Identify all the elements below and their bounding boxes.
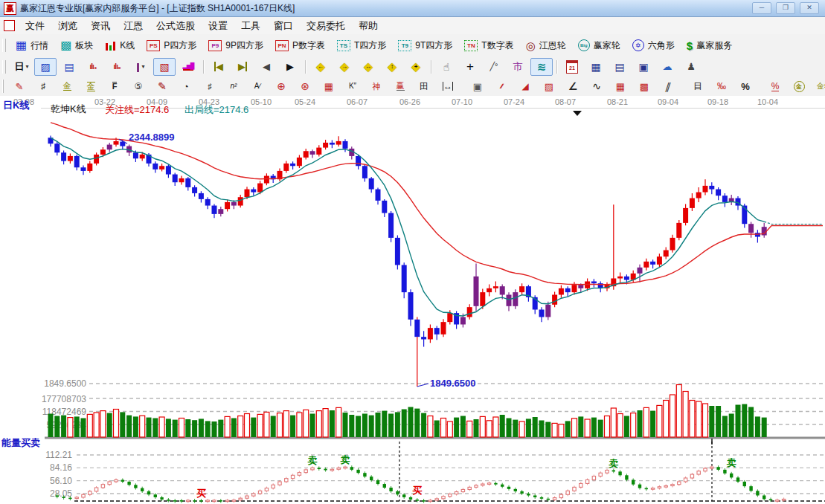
circle-cross-button[interactable]: ⊕	[270, 77, 292, 95]
n-square-button[interactable]: n²	[222, 77, 245, 95]
menu-item-2[interactable]: 资讯	[84, 20, 117, 31]
ps-box-button[interactable]: PSP四方形	[141, 36, 202, 55]
box-measure-button[interactable]: ▣	[466, 77, 489, 95]
crosshair-tool-button[interactable]: +	[459, 58, 481, 76]
candle-style-button[interactable]: ▾	[129, 58, 152, 76]
tick-ruler-2-button[interactable]: ♯	[199, 77, 221, 95]
winner-wheel-button[interactable]: Big赢家轮	[573, 36, 626, 55]
chart-canvas[interactable]: 03-0803-2204-0904-2305-1005-2406-0706-26…	[0, 96, 825, 504]
p9-box-icon: P9	[208, 40, 222, 51]
volume-bar-down	[748, 407, 754, 438]
prev-page-button[interactable]: ◀	[255, 58, 277, 76]
pn-box-button[interactable]: PNP数字表	[270, 36, 330, 55]
bagua-pattern-button[interactable]: ▨	[34, 58, 57, 76]
brush-red-button[interactable]: ✎	[151, 77, 173, 95]
gann-wheel-button[interactable]: ◎江恩轮	[521, 36, 571, 55]
fan-triangle-button[interactable]: ◢	[514, 77, 536, 95]
calendar-21-button[interactable]: 21	[561, 58, 583, 76]
menu-item-9[interactable]: 帮助	[352, 20, 385, 31]
minimize-button[interactable]: ─	[752, 2, 771, 14]
fan-rays-button[interactable]: ∕∕∕	[490, 77, 513, 95]
menu-item-3[interactable]: 江恩	[117, 20, 150, 31]
gann-box-1-button[interactable]: ▦	[609, 77, 632, 95]
spiral-5-button[interactable]: ⑤	[127, 77, 150, 95]
win-ruler-button[interactable]: 赢	[389, 77, 411, 95]
volume-bar-up	[643, 407, 649, 437]
percent-button[interactable]: %	[734, 77, 757, 95]
menu-item-8[interactable]: 交易委托	[300, 20, 352, 31]
close-button[interactable]: ✕	[800, 2, 819, 14]
quotes-table-button[interactable]: ▦行情	[10, 36, 54, 55]
grid-123-button[interactable]: 田	[413, 77, 435, 95]
tick-ruler-button[interactable]: ♯	[32, 77, 54, 95]
hand-tool-button[interactable]: ☝	[435, 58, 458, 76]
steps-3-button[interactable]: ılı₃	[82, 58, 104, 76]
parallel-lines-button[interactable]: ∥	[657, 77, 679, 95]
candle-body	[676, 223, 681, 238]
volume-bar-down	[736, 405, 741, 438]
percent-line-button[interactable]: %	[764, 77, 786, 95]
gann-tool-button[interactable]: 市	[507, 58, 529, 76]
percent-line-icon: %	[771, 82, 780, 91]
gann-map-icon: ▧	[159, 62, 169, 72]
smart-analysis-button[interactable]: ≋	[530, 58, 553, 76]
first-page-button[interactable]: ◀	[208, 58, 230, 76]
maximize-button[interactable]: ❐	[776, 2, 795, 14]
candle-body	[336, 141, 341, 145]
fan-box-button[interactable]: ▨	[538, 77, 560, 95]
gold-circle-button[interactable]: 金	[788, 77, 810, 95]
time-cycle-button[interactable]: ◔	[175, 77, 197, 95]
menu-item-4[interactable]: 公式选股	[150, 20, 202, 31]
diamond-horizontal-button[interactable]: ◆↔	[357, 58, 379, 76]
winner-service-button[interactable]: $赢家服务	[681, 36, 737, 55]
menu-item-1[interactable]: 浏览	[51, 20, 84, 31]
fib-lines-button[interactable]: F	[103, 77, 126, 95]
kline-candles-button[interactable]: K线	[100, 36, 140, 55]
web-export-button[interactable]: ☁	[656, 58, 678, 76]
menu-item-7[interactable]: 窗口	[267, 20, 300, 31]
gold-ratio-1-button[interactable]: 金	[56, 77, 78, 95]
gold-three-button[interactable]: 金≡	[812, 77, 825, 95]
diamond-all-button[interactable]: ◆+	[405, 58, 427, 76]
angle-measure-button[interactable]: A∕	[246, 77, 269, 95]
gann-map-button[interactable]: ▧	[153, 58, 176, 76]
volume-bar-down	[362, 414, 367, 438]
gann-web-button[interactable]: ⊛	[294, 77, 316, 95]
tn-box-button[interactable]: TNT数字表	[459, 36, 519, 55]
ts-box-button[interactable]: TST四方形	[332, 36, 391, 55]
indicator-candle-down	[618, 471, 621, 475]
info-doc-button[interactable]: ▤	[58, 58, 80, 76]
gold-ratio-2-button[interactable]: 金	[80, 77, 102, 95]
notepad-button[interactable]: ▤	[609, 58, 631, 76]
p9-box-button[interactable]: P99P四方形	[203, 36, 269, 55]
percent-strike-button[interactable]: ‰	[710, 77, 733, 95]
last-page-button[interactable]: ▶	[231, 58, 254, 76]
diamond-right-button[interactable]: ◆→	[333, 58, 356, 76]
menu-item-6[interactable]: 工具	[234, 20, 267, 31]
steps-9-button[interactable]: ılı₉	[106, 58, 128, 76]
menu-item-5[interactable]: 设置	[202, 20, 234, 31]
sector-blocks-button[interactable]: ▩板块	[55, 36, 98, 55]
pencil-red-button[interactable]: ✎	[8, 77, 31, 95]
angle-rays-button[interactable]: ∠	[562, 77, 584, 95]
menu-item-0[interactable]: 文件	[19, 20, 51, 31]
volume-bar-up	[114, 410, 119, 438]
diamond-left-button[interactable]: ◆←	[309, 58, 332, 76]
user-terminal-button[interactable]: ♟	[680, 58, 702, 76]
volume-histogram-button[interactable]: ▂▅█	[177, 58, 199, 76]
price-columns-button[interactable]: 目	[687, 77, 709, 95]
width-measure-button[interactable]: ↔	[437, 77, 459, 95]
save-button[interactable]: ▣	[632, 58, 655, 76]
diamond-vertical-button[interactable]: ◆↕	[381, 58, 403, 76]
period-day-button[interactable]: 日▾	[10, 58, 33, 76]
zigzag-wave-button[interactable]: ∿	[585, 77, 608, 95]
trend-angle-tool-button[interactable]: ╱°	[483, 58, 505, 76]
calculator-button[interactable]: ▦	[585, 58, 607, 76]
god-line-button[interactable]: 神	[365, 77, 388, 95]
k-marks-button[interactable]: K″	[341, 77, 364, 95]
gann-grid-red-button[interactable]: ▦	[318, 77, 340, 95]
gann-box-2-button[interactable]: ▩	[633, 77, 655, 95]
t9-box-button[interactable]: T99T四方形	[393, 36, 458, 55]
hexagon-button[interactable]: ✡六角形	[627, 36, 680, 55]
next-page-button[interactable]: ▶	[279, 58, 301, 76]
